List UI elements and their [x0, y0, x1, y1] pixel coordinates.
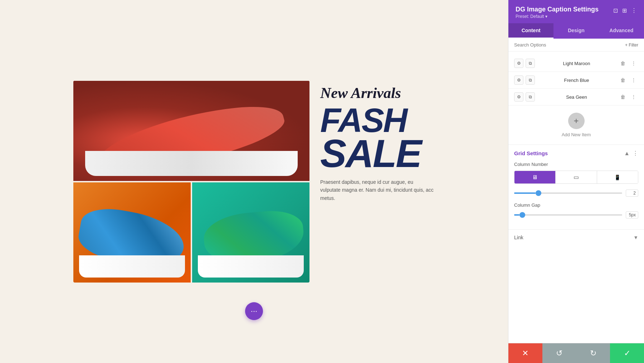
more-options-icon[interactable]: ⋮ [631, 7, 637, 14]
panel-content: ⚙ ⧉ Light Maroon 🗑 ⋮ ⚙ [508, 51, 644, 343]
fashion-text: FASH [320, 105, 435, 136]
preset-delete-btn-2[interactable]: 🗑 [618, 75, 628, 85]
link-chevron-down-icon: ▼ [633, 235, 638, 240]
floating-options-button[interactable]: ··· [245, 302, 263, 320]
column-number-slider-row: 2 [514, 190, 638, 197]
tab-design[interactable]: Design [553, 23, 599, 39]
link-section[interactable]: Link ▼ [508, 229, 644, 245]
blue-shoe-image [73, 182, 191, 283]
more-icon: ⋮ [631, 60, 636, 66]
search-input[interactable] [514, 42, 625, 48]
chevron-up-icon: ▲ [624, 150, 630, 157]
add-new-item-button[interactable]: + [568, 113, 585, 129]
preset-item-actions-2: 🗑 ⋮ [618, 75, 638, 85]
preset-name-french-blue: French Blue [538, 78, 615, 83]
text-content: New Arrivals FASH SALE Praesent dapibus,… [320, 81, 435, 202]
preset-name-sea-geen: Sea Geen [538, 94, 615, 100]
preset-copy-btn[interactable]: ⧉ [526, 59, 535, 68]
delete-icon: 🗑 [620, 60, 625, 66]
layout-icon[interactable]: ⊞ [622, 7, 627, 14]
bottom-toolbar: ✕ ↺ ↻ ✓ [508, 343, 644, 363]
canvas-area: New Arrivals FASH SALE Praesent dapibus,… [0, 0, 508, 363]
preset-item-icons-2: ⚙ ⧉ [514, 75, 535, 85]
bottom-images [73, 182, 309, 283]
panel-title-group: DG Image Caption Settings Preset: Defaul… [516, 6, 599, 19]
redo-button[interactable]: ↻ [576, 343, 610, 363]
page-content: New Arrivals FASH SALE Praesent dapibus,… [59, 67, 449, 297]
panel-title: DG Image Caption Settings [516, 6, 599, 13]
preset-item-icons-3: ⚙ ⧉ [514, 92, 535, 102]
panel-tabs: Content Design Advanced [508, 23, 644, 39]
preset-copy-btn-3[interactable]: ⧉ [526, 92, 535, 102]
column-number-fill [514, 192, 536, 194]
preset-item-sea-geen: ⚙ ⧉ Sea Geen 🗑 ⋮ [508, 89, 644, 106]
preset-item-french-blue: ⚙ ⧉ French Blue 🗑 ⋮ [508, 72, 644, 89]
preset-delete-btn[interactable]: 🗑 [618, 59, 628, 68]
grid-settings-header: Grid Settings ▲ ⋮ [514, 150, 638, 157]
grid-settings-toggle[interactable]: ▲ ⋮ [624, 150, 638, 157]
preset-item-actions: 🗑 ⋮ [618, 59, 638, 68]
check-icon: ✓ [624, 349, 630, 358]
cancel-button[interactable]: ✕ [508, 343, 542, 363]
sale-text: SALE [320, 136, 435, 171]
column-tablet-btn[interactable]: ▭ [556, 171, 597, 183]
more-icon-3: ⋮ [631, 94, 636, 100]
column-number-value[interactable]: 2 [626, 190, 638, 197]
column-desktop-btn[interactable]: 🖥 [514, 171, 556, 183]
preset-name-light-maroon: Light Maroon [538, 61, 615, 66]
mobile-icon: 📱 [614, 175, 620, 180]
delete-icon-3: 🗑 [620, 94, 625, 100]
teal-shoe-image [192, 182, 309, 283]
column-gap-label: Column Gap [514, 202, 638, 208]
preset-item-icons: ⚙ ⧉ [514, 59, 535, 68]
body-text: Praesent dapibus, neque id cur augue, eu… [320, 178, 435, 202]
top-image [73, 81, 309, 181]
undo-icon: ↺ [556, 349, 562, 358]
save-button[interactable]: ✓ [610, 343, 644, 363]
preset-settings-btn-3[interactable]: ⚙ [514, 92, 523, 102]
preset-delete-btn-3[interactable]: 🗑 [618, 92, 628, 102]
grid-settings-section: Grid Settings ▲ ⋮ Column Number 🖥 ▭ 📱 [508, 144, 644, 229]
new-arrivals-heading: New Arrivals [320, 84, 435, 102]
preset-more-btn-3[interactable]: ⋮ [629, 92, 638, 102]
search-bar: + Filter [508, 39, 644, 51]
preset-settings-btn[interactable]: ⚙ [514, 59, 523, 68]
panel-header-icons: ⊡ ⊞ ⋮ [613, 7, 637, 14]
column-gap-slider-row: 5px [514, 211, 638, 219]
column-selector: 🖥 ▭ 📱 [514, 171, 638, 184]
column-gap-fill [514, 214, 519, 216]
copy-icon-2: ⧉ [529, 78, 532, 83]
column-number-thumb[interactable] [536, 190, 541, 196]
column-gap-track [514, 214, 622, 216]
copy-icon: ⧉ [529, 61, 532, 66]
red-shoe-image [73, 81, 309, 181]
panel-preset[interactable]: Preset: Default ▾ [516, 14, 599, 19]
settings-icon-3: ⚙ [517, 94, 521, 99]
preset-more-btn[interactable]: ⋮ [629, 59, 638, 68]
column-gap-thumb[interactable] [519, 212, 525, 218]
preset-more-btn-2[interactable]: ⋮ [629, 75, 638, 85]
preset-item-light-maroon: ⚙ ⧉ Light Maroon 🗑 ⋮ [508, 55, 644, 72]
tab-advanced[interactable]: Advanced [599, 23, 644, 39]
preset-item-actions-3: 🗑 ⋮ [618, 92, 638, 102]
panel-header: DG Image Caption Settings Preset: Defaul… [508, 0, 644, 23]
more-options-grid-icon: ⋮ [633, 150, 638, 157]
add-new-item-section: + Add New Item [508, 106, 644, 144]
target-icon[interactable]: ⊡ [613, 7, 618, 14]
preset-settings-btn-2[interactable]: ⚙ [514, 75, 523, 85]
settings-icon: ⚙ [517, 61, 521, 66]
preset-copy-btn-2[interactable]: ⧉ [526, 75, 535, 85]
undo-button[interactable]: ↺ [542, 343, 576, 363]
column-gap-value[interactable]: 5px [626, 211, 638, 219]
settings-icon-2: ⚙ [517, 78, 521, 83]
add-new-item-label: Add New Item [562, 132, 591, 137]
plus-icon: + [574, 116, 579, 126]
close-icon: ✕ [522, 349, 528, 358]
redo-icon: ↻ [590, 349, 596, 358]
tab-content[interactable]: Content [508, 23, 553, 39]
more-icon-2: ⋮ [631, 77, 636, 83]
tablet-icon: ▭ [574, 174, 579, 181]
column-number-label: Column Number [514, 162, 638, 167]
filter-button[interactable]: + Filter [625, 43, 638, 48]
column-mobile-btn[interactable]: 📱 [597, 171, 638, 183]
